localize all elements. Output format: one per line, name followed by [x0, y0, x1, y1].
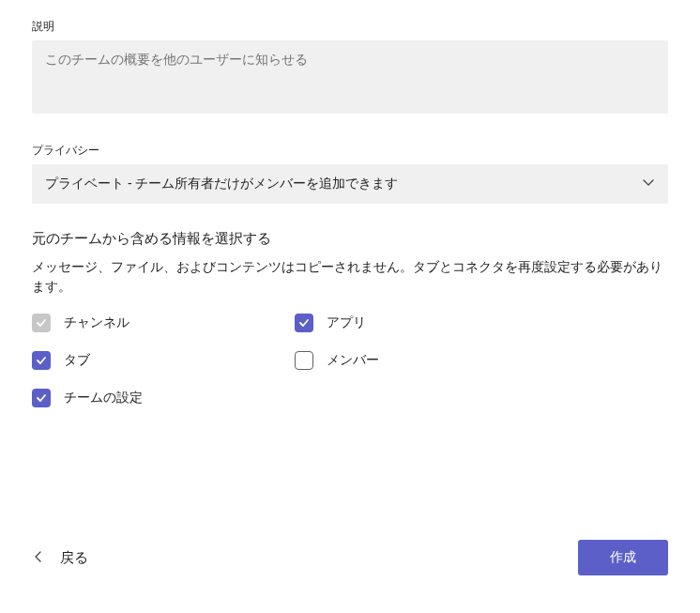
- privacy-select[interactable]: プライベート - チーム所有者だけがメンバーを追加できます: [32, 164, 668, 204]
- checkmark-icon: [32, 314, 51, 332]
- checkbox-label: メンバー: [327, 352, 379, 369]
- checkbox-members[interactable]: メンバー: [295, 351, 557, 370]
- checkbox-label: チームの設定: [64, 390, 143, 406]
- checkbox-channels: チャンネル: [32, 314, 295, 332]
- checkmark-icon: [295, 314, 313, 332]
- include-help-text: メッセージ、ファイル、およびコンテンツはコピーされません。タブとコネクタを再度設…: [32, 257, 668, 297]
- include-heading: 元のチームから含める情報を選択する: [32, 230, 668, 248]
- chevron-left-icon: [34, 550, 43, 566]
- checkbox-icon: [295, 351, 313, 370]
- checkmark-icon: [32, 389, 51, 407]
- privacy-label: プライバシー: [32, 143, 668, 159]
- checkmark-icon: [32, 351, 51, 370]
- checkbox-label: チャンネル: [64, 314, 129, 331]
- checkbox-tabs[interactable]: タブ: [32, 351, 295, 370]
- checkbox-apps[interactable]: アプリ: [295, 314, 557, 332]
- back-label: 戻る: [60, 549, 88, 567]
- description-label: 説明: [32, 19, 668, 35]
- create-button[interactable]: 作成: [578, 540, 668, 575]
- back-button[interactable]: 戻る: [32, 544, 90, 573]
- checkbox-label: アプリ: [327, 314, 366, 331]
- checkbox-label: タブ: [64, 352, 90, 369]
- description-input[interactable]: [32, 40, 668, 114]
- checkbox-settings[interactable]: チームの設定: [32, 389, 295, 407]
